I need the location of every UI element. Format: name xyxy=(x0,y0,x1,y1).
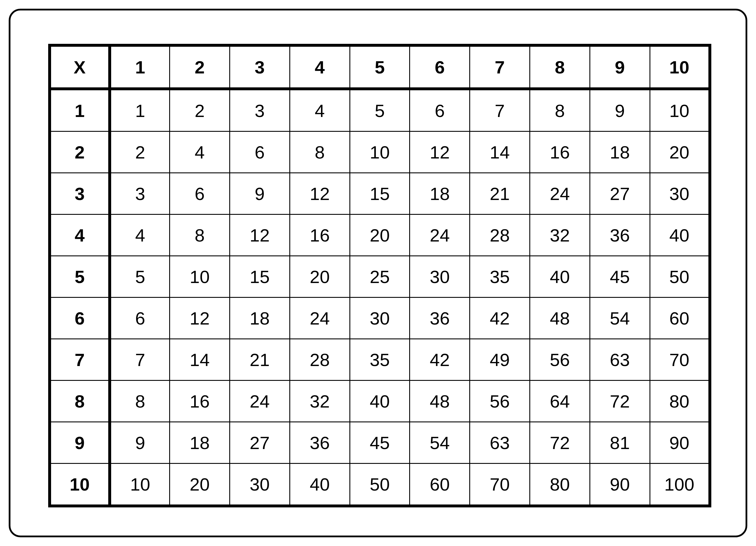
cell: 2 xyxy=(170,89,230,131)
cell: 42 xyxy=(470,298,530,339)
cell: 60 xyxy=(650,298,710,339)
col-header: 1 xyxy=(110,45,170,89)
row-header: 10 xyxy=(50,464,110,506)
cell: 18 xyxy=(170,422,230,464)
cell: 2 xyxy=(110,131,170,173)
cell: 16 xyxy=(290,215,350,256)
multiplication-table: X 1 2 3 4 5 6 7 8 9 10 1 1 2 3 4 5 6 7 8… xyxy=(48,44,711,507)
cell: 63 xyxy=(590,339,650,381)
cell: 50 xyxy=(650,256,710,298)
cell: 3 xyxy=(230,89,290,131)
cell: 56 xyxy=(530,339,590,381)
cell: 54 xyxy=(410,422,470,464)
table-header-row: X 1 2 3 4 5 6 7 8 9 10 xyxy=(50,45,710,89)
col-header: 2 xyxy=(170,45,230,89)
cell: 6 xyxy=(170,173,230,215)
row-header: 7 xyxy=(50,339,110,381)
cell: 16 xyxy=(530,131,590,173)
cell: 70 xyxy=(650,339,710,381)
cell: 20 xyxy=(350,215,410,256)
row-header: 3 xyxy=(50,173,110,215)
corner-cell: X xyxy=(50,45,110,89)
row-header: 6 xyxy=(50,298,110,339)
table-row: 9 9 18 27 36 45 54 63 72 81 90 xyxy=(50,422,710,464)
cell: 18 xyxy=(590,131,650,173)
cell: 40 xyxy=(650,215,710,256)
cell: 90 xyxy=(590,464,650,506)
cell: 14 xyxy=(470,131,530,173)
cell: 100 xyxy=(650,464,710,506)
cell: 9 xyxy=(590,89,650,131)
cell: 25 xyxy=(350,256,410,298)
cell: 54 xyxy=(590,298,650,339)
cell: 10 xyxy=(350,131,410,173)
row-header: 1 xyxy=(50,89,110,131)
cell: 4 xyxy=(110,215,170,256)
cell: 80 xyxy=(650,381,710,422)
cell: 48 xyxy=(410,381,470,422)
table-row: 8 8 16 24 32 40 48 56 64 72 80 xyxy=(50,381,710,422)
cell: 8 xyxy=(290,131,350,173)
cell: 8 xyxy=(110,381,170,422)
cell: 10 xyxy=(110,464,170,506)
cell: 12 xyxy=(410,131,470,173)
cell: 64 xyxy=(530,381,590,422)
cell: 5 xyxy=(350,89,410,131)
cell: 72 xyxy=(590,381,650,422)
table-row: 1 1 2 3 4 5 6 7 8 9 10 xyxy=(50,89,710,131)
cell: 16 xyxy=(170,381,230,422)
page-frame: X 1 2 3 4 5 6 7 8 9 10 1 1 2 3 4 5 6 7 8… xyxy=(9,9,747,537)
cell: 9 xyxy=(110,422,170,464)
cell: 48 xyxy=(530,298,590,339)
table-row: 6 6 12 18 24 30 36 42 48 54 60 xyxy=(50,298,710,339)
cell: 40 xyxy=(290,464,350,506)
cell: 40 xyxy=(530,256,590,298)
col-header: 5 xyxy=(350,45,410,89)
cell: 21 xyxy=(470,173,530,215)
cell: 36 xyxy=(410,298,470,339)
cell: 72 xyxy=(530,422,590,464)
cell: 10 xyxy=(170,256,230,298)
cell: 10 xyxy=(650,89,710,131)
cell: 24 xyxy=(530,173,590,215)
cell: 20 xyxy=(170,464,230,506)
col-header: 4 xyxy=(290,45,350,89)
table-row: 10 10 20 30 40 50 60 70 80 90 100 xyxy=(50,464,710,506)
col-header: 3 xyxy=(230,45,290,89)
cell: 9 xyxy=(230,173,290,215)
cell: 49 xyxy=(470,339,530,381)
cell: 30 xyxy=(410,256,470,298)
cell: 12 xyxy=(290,173,350,215)
cell: 32 xyxy=(530,215,590,256)
cell: 24 xyxy=(290,298,350,339)
cell: 27 xyxy=(230,422,290,464)
cell: 36 xyxy=(290,422,350,464)
col-header: 6 xyxy=(410,45,470,89)
cell: 6 xyxy=(110,298,170,339)
row-header: 9 xyxy=(50,422,110,464)
cell: 70 xyxy=(470,464,530,506)
cell: 35 xyxy=(470,256,530,298)
col-header: 7 xyxy=(470,45,530,89)
cell: 15 xyxy=(230,256,290,298)
cell: 5 xyxy=(110,256,170,298)
cell: 4 xyxy=(290,89,350,131)
cell: 42 xyxy=(410,339,470,381)
cell: 20 xyxy=(650,131,710,173)
cell: 8 xyxy=(530,89,590,131)
cell: 30 xyxy=(350,298,410,339)
cell: 6 xyxy=(410,89,470,131)
cell: 7 xyxy=(110,339,170,381)
cell: 8 xyxy=(170,215,230,256)
cell: 56 xyxy=(470,381,530,422)
cell: 1 xyxy=(110,89,170,131)
cell: 40 xyxy=(350,381,410,422)
col-header: 10 xyxy=(650,45,710,89)
row-header: 2 xyxy=(50,131,110,173)
table-row: 5 5 10 15 20 25 30 35 40 45 50 xyxy=(50,256,710,298)
table-row: 2 2 4 6 8 10 12 14 16 18 20 xyxy=(50,131,710,173)
cell: 27 xyxy=(590,173,650,215)
cell: 32 xyxy=(290,381,350,422)
table-row: 3 3 6 9 12 15 18 21 24 27 30 xyxy=(50,173,710,215)
col-header: 8 xyxy=(530,45,590,89)
